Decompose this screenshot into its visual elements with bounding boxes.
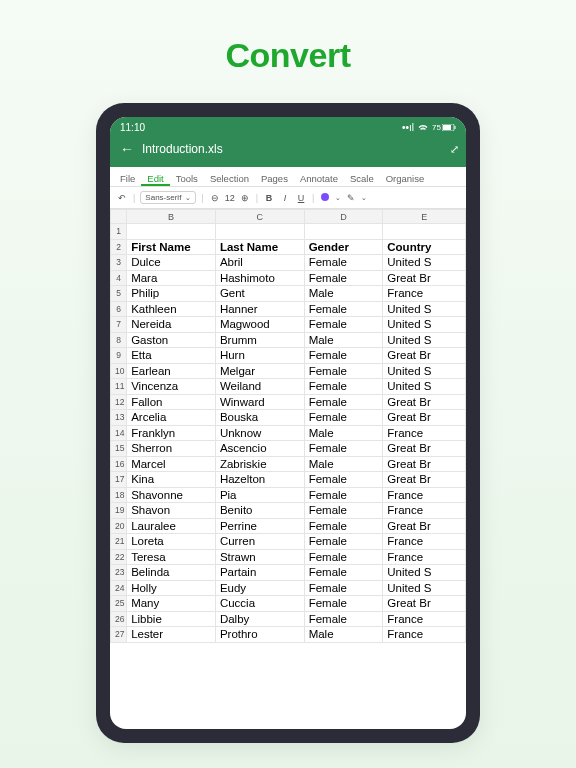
cell[interactable]: Loreta [127,534,216,550]
cell[interactable]: Lester [127,627,216,643]
menu-item-tools[interactable]: Tools [170,170,204,186]
cell[interactable]: France [383,503,466,519]
row-header[interactable]: 21 [111,534,127,550]
col-header[interactable]: E [383,210,466,224]
col-header[interactable]: B [127,210,216,224]
cell[interactable]: Marcel [127,456,216,472]
cell[interactable]: Female [304,410,383,426]
cell[interactable]: Great Br [383,596,466,612]
cell[interactable]: Strawn [215,549,304,565]
row-header[interactable]: 24 [111,580,127,596]
bold-button[interactable]: B [263,193,275,203]
cell[interactable]: Etta [127,348,216,364]
cell[interactable]: Great Br [383,456,466,472]
cell[interactable]: Winward [215,394,304,410]
col-header[interactable]: C [215,210,304,224]
cell[interactable]: United S [383,332,466,348]
cell[interactable]: Female [304,301,383,317]
cell[interactable]: Hazelton [215,472,304,488]
cell[interactable]: Female [304,534,383,550]
row-header[interactable]: 17 [111,472,127,488]
menu-item-edit[interactable]: Edit [141,170,169,186]
cell[interactable]: Male [304,627,383,643]
row-header[interactable]: 4 [111,270,127,286]
menu-item-pages[interactable]: Pages [255,170,294,186]
menu-item-file[interactable]: File [114,170,141,186]
cell[interactable]: Country [383,239,466,255]
cell[interactable] [127,224,216,240]
cell[interactable]: Magwood [215,317,304,333]
cell[interactable]: Bouska [215,410,304,426]
cell[interactable]: Pia [215,487,304,503]
row-header[interactable]: 1 [111,224,127,240]
cell[interactable]: Hurn [215,348,304,364]
cell[interactable]: Female [304,348,383,364]
cell[interactable]: France [383,549,466,565]
row-header[interactable]: 2 [111,239,127,255]
cell[interactable]: Zabriskie [215,456,304,472]
menu-item-organise[interactable]: Organise [380,170,431,186]
cell[interactable]: Last Name [215,239,304,255]
cell[interactable]: Hanner [215,301,304,317]
cell[interactable]: Female [304,487,383,503]
cell[interactable]: Curren [215,534,304,550]
cell[interactable]: Nereida [127,317,216,333]
cell[interactable]: Female [304,379,383,395]
cell[interactable]: Franklyn [127,425,216,441]
font-family-select[interactable]: Sans-serif ⌄ [140,191,196,204]
row-header[interactable]: 11 [111,379,127,395]
cell[interactable]: Female [304,472,383,488]
cell[interactable]: Great Br [383,348,466,364]
cell[interactable]: United S [383,379,466,395]
col-header[interactable]: D [304,210,383,224]
cell[interactable]: Female [304,596,383,612]
row-header[interactable]: 16 [111,456,127,472]
cell[interactable]: Mara [127,270,216,286]
cell[interactable]: United S [383,565,466,581]
cell[interactable]: Female [304,518,383,534]
cell[interactable]: Gender [304,239,383,255]
row-header[interactable]: 3 [111,255,127,271]
row-header[interactable]: 25 [111,596,127,612]
cell[interactable]: Fallon [127,394,216,410]
cell[interactable]: France [383,487,466,503]
color-picker[interactable] [319,193,331,203]
cell[interactable]: Dulce [127,255,216,271]
cell[interactable] [304,224,383,240]
cell[interactable]: United S [383,580,466,596]
cell[interactable]: Male [304,286,383,302]
cell[interactable]: Great Br [383,441,466,457]
cell[interactable]: France [383,286,466,302]
row-header[interactable]: 8 [111,332,127,348]
row-header[interactable]: 9 [111,348,127,364]
spreadsheet-grid[interactable]: BCDE 12First NameLast NameGenderCountry3… [110,209,466,729]
cell[interactable]: France [383,611,466,627]
row-header[interactable]: 15 [111,441,127,457]
cell[interactable]: Male [304,332,383,348]
cell[interactable]: Prothro [215,627,304,643]
row-header[interactable]: 23 [111,565,127,581]
cell[interactable]: Partain [215,565,304,581]
row-header[interactable]: 13 [111,410,127,426]
cell[interactable]: Vincenza [127,379,216,395]
cell[interactable]: Female [304,441,383,457]
cell[interactable]: Dalby [215,611,304,627]
font-decrease-icon[interactable]: ⊖ [209,193,221,203]
cell[interactable]: Male [304,425,383,441]
cell[interactable]: Female [304,549,383,565]
cell[interactable]: Great Br [383,394,466,410]
row-header[interactable]: 5 [111,286,127,302]
cell[interactable]: Unknow [215,425,304,441]
cell[interactable]: Abril [215,255,304,271]
cell[interactable]: Brumm [215,332,304,348]
corner-cell[interactable] [111,210,127,224]
row-header[interactable]: 6 [111,301,127,317]
row-header[interactable]: 10 [111,363,127,379]
cell[interactable]: Female [304,580,383,596]
cell[interactable]: Philip [127,286,216,302]
cell[interactable]: Benito [215,503,304,519]
font-increase-icon[interactable]: ⊕ [239,193,251,203]
cell[interactable]: Kina [127,472,216,488]
back-icon[interactable]: ← [120,141,134,157]
cell[interactable]: Female [304,363,383,379]
